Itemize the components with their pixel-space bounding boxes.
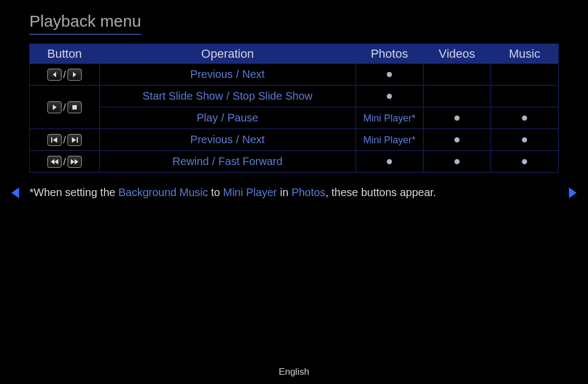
play-icon [47,101,62,113]
button-separator: / [63,69,66,80]
operation-slash: / [226,90,230,102]
supported-dot: ● [386,89,393,102]
header-photos: Photos [356,44,423,64]
photos-mini-player-note: Mini Player* [363,113,415,124]
videos-cell: ● [423,107,491,129]
photos-cell: Mini Player* [356,107,423,129]
svg-rect-4 [51,137,52,143]
footnote: *When setting the Background Music to Mi… [29,186,436,199]
header-videos: Videos [423,44,491,64]
next-page-arrow[interactable] [566,186,578,199]
page-title: Playback menu [29,12,141,35]
supported-dot: ● [386,154,393,168]
button-cell: / [30,86,100,129]
button-separator: / [63,102,66,113]
operation-slash: / [221,112,224,124]
supported-dot: ● [454,111,461,124]
header-music: Music [491,44,558,64]
svg-marker-2 [53,105,57,110]
button-cell: / [30,151,100,173]
footnote-text: *When setting the [29,186,118,198]
header-operation: Operation [100,44,356,64]
supported-dot: ● [521,132,528,146]
stop-icon [68,101,82,113]
table-row: Play/PauseMini Player*●● [30,107,559,129]
photos-mini-player-note: Mini Player* [363,135,415,145]
chevron-left-icon [47,69,62,81]
header-button: Button [30,44,100,64]
svg-marker-0 [53,72,56,77]
button-separator: / [63,156,66,167]
music-cell [491,86,558,107]
svg-marker-13 [569,187,577,198]
footnote-keyword: Mini Player [223,186,277,198]
operation-label-b: Stop Slide Show [232,90,313,102]
footnote-text: , these buttons appear. [326,186,437,198]
table-header-row: Button Operation Photos Videos Music [30,44,559,64]
operation-slash: / [236,68,239,80]
operation-slash: / [236,133,239,145]
photos-cell: ● [356,64,423,86]
operation-label-a: Previous [191,133,233,145]
supported-dot: ● [454,154,461,168]
operation-cell: Play/Pause [100,107,356,129]
music-cell: ● [491,129,558,151]
supported-dot: ● [521,154,528,168]
photos-cell: ● [356,151,423,173]
photos-cell: ● [356,86,423,107]
footnote-text: in [277,186,292,198]
button-cell: / [30,129,100,151]
videos-cell: ● [423,151,491,173]
svg-marker-12 [11,187,19,198]
playback-table: Button Operation Photos Videos Music /Pr… [29,44,559,173]
supported-dot: ● [386,67,393,81]
svg-marker-5 [53,137,57,143]
footer-language: English [0,367,588,377]
footnote-keyword: Photos [291,186,325,198]
music-cell [491,64,558,86]
operation-label-a: Rewind [173,155,209,167]
svg-marker-11 [75,159,78,164]
chevron-right-icon [68,69,82,81]
button-separator: / [63,135,66,145]
operation-label-a: Start Slide Show [143,90,223,102]
videos-cell [423,86,491,107]
videos-cell [423,64,491,86]
footnote-text: to [208,186,223,198]
music-cell: ● [491,151,558,173]
music-cell: ● [491,107,558,129]
skip-next-icon [68,134,82,146]
prev-page-arrow[interactable] [10,186,22,199]
fast-forward-icon [68,156,82,168]
videos-cell: ● [423,129,491,151]
svg-marker-6 [72,137,76,143]
photos-cell: Mini Player* [356,129,423,151]
svg-rect-7 [77,137,78,143]
operation-cell: Previous/Next [100,129,356,151]
supported-dot: ● [454,132,461,146]
operation-label-a: Previous [191,68,233,80]
button-cell: / [30,64,100,86]
operation-cell: Previous/Next [100,64,356,86]
operation-label-b: Pause [228,112,259,124]
table-row: /Previous/NextMini Player*●● [30,129,559,151]
operation-label-a: Play [197,112,218,124]
svg-marker-8 [51,159,54,164]
svg-marker-9 [54,159,58,164]
footnote-keyword: Background Music [118,186,208,198]
operation-label-b: Next [242,133,265,145]
table-row: /Previous/Next● [30,64,559,86]
operation-cell: Rewind/Fast Forward [100,151,356,173]
supported-dot: ● [521,111,528,124]
table-row: /Rewind/Fast Forward●●● [30,151,559,173]
table-row: /Start Slide Show/Stop Slide Show● [30,86,559,107]
operation-label-b: Fast Forward [218,155,283,167]
svg-rect-3 [72,105,77,109]
operation-label-b: Next [242,68,265,80]
operation-cell: Start Slide Show/Stop Slide Show [100,86,356,107]
svg-marker-1 [73,72,76,77]
svg-marker-10 [71,159,75,164]
operation-slash: / [212,155,216,167]
rewind-icon [47,156,62,168]
skip-prev-icon [47,134,62,146]
